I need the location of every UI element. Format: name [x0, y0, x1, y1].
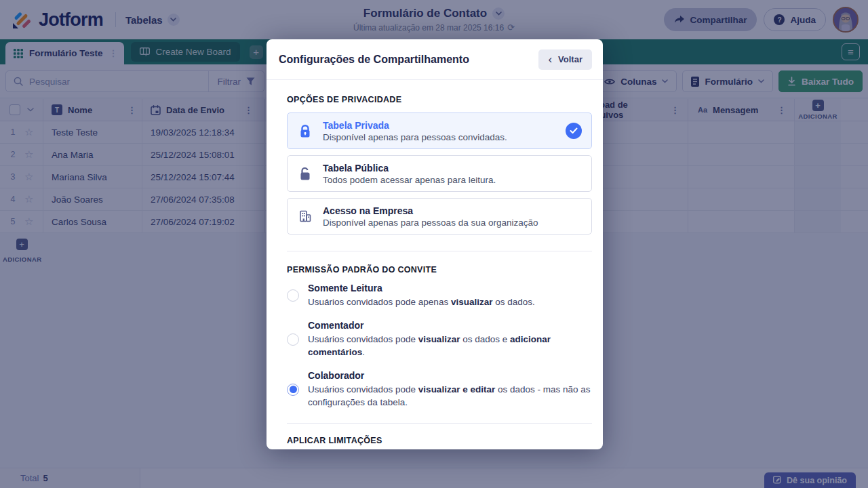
- lock-icon: [297, 124, 313, 138]
- lock-open-icon: [297, 167, 313, 181]
- radio-button-selected[interactable]: [287, 384, 299, 396]
- permission-title: Colaborador: [308, 370, 592, 381]
- privacy-option-title: Tabela Privada: [323, 120, 507, 131]
- modal-title: Configurações de Compartilhamento: [279, 54, 469, 66]
- permission-option-collaborator[interactable]: Colaborador Usuários convidados pode vis…: [287, 370, 592, 409]
- privacy-option-desc: Disponível apenas para pessoas convidada…: [323, 132, 507, 142]
- permission-desc: Usuários convidados pode visualizar os d…: [308, 333, 592, 359]
- privacy-option-public[interactable]: Tabela Pública Todos podem acessar apena…: [287, 155, 592, 192]
- back-button[interactable]: ‹ Voltar: [538, 49, 592, 70]
- permission-desc: Usuários convidados pode apenas visualiz…: [308, 296, 535, 309]
- modal-header: Configurações de Compartilhamento ‹ Volt…: [267, 39, 603, 80]
- permission-option-commenter[interactable]: Comentador Usuários convidados pode visu…: [287, 320, 592, 359]
- section-divider: [287, 423, 592, 424]
- privacy-section-heading: OPÇÕES DE PRIVACIDADE: [287, 95, 592, 104]
- radio-button[interactable]: [287, 289, 299, 302]
- permission-section-heading: PERMISSÃO PADRÃO DO CONVITE: [287, 265, 592, 274]
- permission-title: Somente Leitura: [308, 283, 535, 293]
- back-button-label: Voltar: [558, 54, 583, 64]
- sharing-settings-modal: Configurações de Compartilhamento ‹ Volt…: [267, 39, 603, 449]
- chevron-left-icon: ‹: [548, 54, 552, 65]
- limits-section-heading: APLICAR LIMITAÇÕES: [287, 436, 592, 445]
- privacy-option-title: Tabela Pública: [323, 163, 496, 174]
- selected-check-icon: [566, 123, 582, 139]
- permission-option-read-only[interactable]: Somente Leitura Usuários convidados pode…: [287, 283, 592, 309]
- section-divider: [287, 251, 592, 251]
- radio-button[interactable]: [287, 333, 299, 346]
- modal-body: OPÇÕES DE PRIVACIDADE Tabela Privada Dis…: [267, 80, 603, 445]
- privacy-option-desc: Todos podem acessar apenas para leitura.: [323, 175, 496, 185]
- building-icon: [297, 209, 313, 223]
- privacy-option-company[interactable]: Acesso na Empresa Disponível apenas para…: [287, 198, 592, 235]
- permission-desc: Usuários convidados pode visualizar e ed…: [308, 383, 592, 409]
- privacy-option-private[interactable]: Tabela Privada Disponível apenas para pe…: [287, 113, 592, 149]
- privacy-option-desc: Disponível apenas para pessoas da sua or…: [323, 218, 538, 228]
- privacy-option-title: Acesso na Empresa: [323, 205, 538, 216]
- permission-title: Comentador: [308, 320, 592, 331]
